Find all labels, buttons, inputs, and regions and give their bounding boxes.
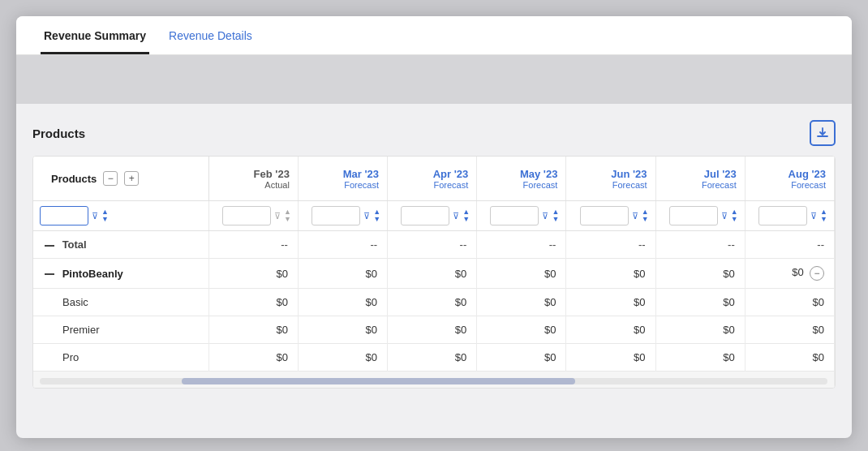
col-header-jul23: Jul '23 Forecast	[655, 157, 745, 201]
sort-icon-mar23[interactable]: ▲▼	[373, 208, 380, 223]
filter-input-products[interactable]	[40, 206, 88, 226]
main-window: Revenue Summary Revenue Details Products	[16, 16, 852, 438]
sort-icon-products[interactable]: ▲▼	[101, 208, 109, 223]
may23-month: May '23	[485, 168, 557, 180]
total-jun23: --	[566, 231, 655, 259]
feb23-month: Feb '23	[217, 168, 290, 180]
section-title: Products	[32, 127, 85, 140]
row-pintobeanly: PintoBeanly $0 $0 $0 $0 $0 $0 $0 −	[33, 259, 835, 289]
total-feb23: --	[208, 231, 298, 259]
sort-icon-may23[interactable]: ▲▼	[552, 208, 559, 223]
premier-apr23: $0	[388, 316, 477, 344]
pro-jul23: $0	[655, 344, 745, 372]
download-button[interactable]	[810, 120, 836, 146]
filter-row: ⊽ ▲▼ ⊽ ▲▼	[33, 201, 835, 231]
feb23-type: Actual	[217, 180, 290, 190]
scrollbar-row	[33, 372, 835, 389]
filter-input-mar23[interactable]	[312, 206, 360, 226]
pro-mar23: $0	[298, 344, 387, 372]
filter-icon-mar23[interactable]: ⊽	[363, 211, 370, 221]
sort-icon-feb23[interactable]: ▲▼	[284, 208, 291, 223]
filter-icon-may23[interactable]: ⊽	[542, 211, 548, 221]
total-jul23: --	[655, 231, 745, 259]
pintobeanly-aug23: $0 −	[745, 259, 834, 289]
filter-products-col: ⊽ ▲▼	[33, 201, 208, 231]
pintobeanly-apr23: $0	[388, 259, 477, 289]
filter-input-aug23[interactable]	[758, 206, 807, 226]
sort-icon-apr23[interactable]: ▲▼	[462, 208, 470, 223]
filter-input-jul23[interactable]	[669, 206, 718, 226]
collapse-button[interactable]: −	[103, 171, 118, 186]
basic-jul23: $0	[655, 289, 745, 316]
basic-jun23: $0	[566, 289, 655, 316]
premier-jun23: $0	[566, 316, 655, 344]
basic-may23: $0	[477, 289, 566, 316]
row-pro: Pro $0 $0 $0 $0 $0 $0 $0	[33, 344, 835, 372]
pro-jun23: $0	[566, 344, 655, 372]
filter-jul23-col: ⊽ ▲▼	[655, 201, 745, 231]
pro-aug23: $0	[745, 344, 834, 372]
may23-type: Forecast	[485, 180, 557, 190]
total-mar23: --	[298, 231, 387, 259]
tabs-bar: Revenue Summary Revenue Details	[16, 16, 852, 55]
scrollbar-cell	[33, 372, 835, 389]
filter-apr23-col: ⊽ ▲▼	[388, 201, 477, 231]
filter-feb23-col: ⊽ ▲▼	[208, 201, 298, 231]
pro-may23: $0	[477, 344, 566, 372]
pintobeanly-jun23: $0	[566, 259, 655, 289]
filter-mar23-col: ⊽ ▲▼	[298, 201, 387, 231]
expand-button[interactable]: +	[124, 171, 139, 186]
basic-label: Basic	[33, 289, 208, 316]
filter-aug23-col: ⊽ ▲▼	[745, 201, 834, 231]
premier-mar23: $0	[298, 316, 387, 344]
mar23-type: Forecast	[307, 180, 379, 190]
col-header-jun23: Jun '23 Forecast	[566, 157, 655, 201]
tab-revenue-summary[interactable]: Revenue Summary	[41, 16, 149, 54]
jun23-month: Jun '23	[574, 168, 647, 180]
row-premier: Premier $0 $0 $0 $0 $0 $0 $0	[33, 316, 835, 344]
apr23-month: Apr '23	[396, 168, 468, 180]
premier-feb23: $0	[208, 316, 298, 344]
filter-icon-feb23[interactable]: ⊽	[274, 211, 281, 221]
scrollbar-thumb[interactable]	[182, 378, 576, 384]
total-text: Total	[62, 238, 87, 251]
pintobeanly-jul23: $0	[655, 259, 745, 289]
filter-icon-apr23[interactable]: ⊽	[453, 211, 459, 221]
col-header-feb23: Feb '23 Actual	[208, 157, 298, 201]
jul23-month: Jul '23	[664, 168, 737, 180]
remove-pintobeanly-button[interactable]: −	[810, 266, 824, 281]
basic-aug23: $0	[745, 289, 834, 316]
filter-icon-products[interactable]: ⊽	[92, 211, 98, 221]
filter-icon-aug23[interactable]: ⊽	[810, 211, 817, 221]
row-basic: Basic $0 $0 $0 $0 $0 $0 $0	[33, 289, 835, 316]
filter-input-jun23[interactable]	[580, 206, 629, 226]
col-header-aug23: Aug '23 Forecast	[745, 157, 834, 201]
filter-may23-col: ⊽ ▲▼	[477, 201, 566, 231]
premier-may23: $0	[477, 316, 566, 344]
pintobeanly-may23: $0	[477, 259, 566, 289]
column-headers-row: Products − + Feb '23 Actual Mar '23 Fore…	[33, 157, 835, 201]
pintobeanly-label: PintoBeanly	[33, 259, 208, 289]
section-header: Products	[32, 120, 836, 146]
filter-icon-jun23[interactable]: ⊽	[632, 211, 638, 221]
sort-icon-jul23[interactable]: ▲▼	[731, 208, 738, 223]
premier-aug23: $0	[745, 316, 834, 344]
scrollbar-track[interactable]	[40, 378, 827, 384]
filter-input-apr23[interactable]	[401, 206, 449, 226]
total-aug23: --	[745, 231, 834, 259]
total-label: Total	[33, 231, 208, 259]
filter-input-feb23[interactable]	[222, 206, 271, 226]
premier-jul23: $0	[655, 316, 745, 344]
tab-revenue-details[interactable]: Revenue Details	[165, 16, 256, 54]
total-may23: --	[477, 231, 566, 259]
sort-icon-aug23[interactable]: ▲▼	[820, 208, 827, 223]
basic-apr23: $0	[388, 289, 477, 316]
pintobeanly-text: PintoBeanly	[62, 268, 123, 280]
filter-icon-jul23[interactable]: ⊽	[721, 211, 728, 221]
sort-icon-jun23[interactable]: ▲▼	[642, 208, 649, 223]
filter-input-may23[interactable]	[490, 206, 539, 226]
col-header-may23: May '23 Forecast	[477, 157, 566, 201]
jun23-type: Forecast	[574, 180, 647, 190]
pintobeanly-mar23: $0	[298, 259, 387, 289]
aug23-type: Forecast	[754, 180, 826, 190]
